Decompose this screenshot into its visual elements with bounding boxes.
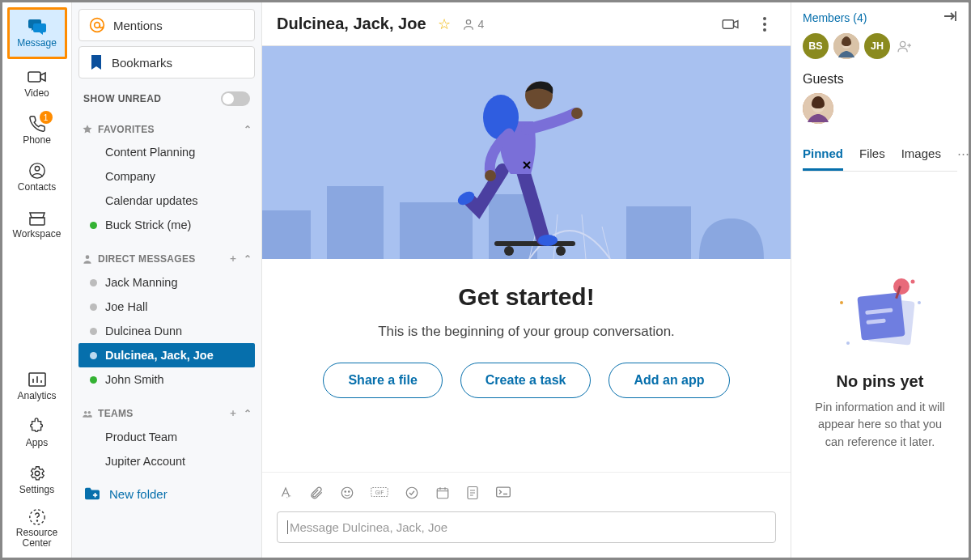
- format-icon[interactable]: [278, 486, 293, 503]
- svg-rect-22: [494, 241, 575, 246]
- svg-point-36: [406, 487, 418, 498]
- tab-more[interactable]: ⋯: [957, 142, 969, 171]
- conversation-header: Dulcinea, Jack, Joe ☆ 4: [262, 2, 791, 46]
- nav-settings[interactable]: Settings: [7, 457, 67, 503]
- app-nav: Message Video 1 Phone Contacts Workspace…: [2, 2, 72, 558]
- empty-heading: Get started!: [458, 283, 594, 311]
- inbox-icon: [27, 209, 48, 227]
- dm-item[interactable]: John Smith: [78, 367, 255, 392]
- presence-dot: [90, 328, 97, 335]
- section-favorites[interactable]: FAVORITES ⌃: [78, 119, 255, 140]
- dm-item[interactable]: Jack Manning: [78, 270, 255, 295]
- new-folder-button[interactable]: New folder: [78, 478, 255, 504]
- calendar-icon[interactable]: [435, 486, 450, 503]
- svg-point-32: [345, 491, 346, 493]
- team-item[interactable]: Product Team: [78, 425, 255, 449]
- empty-subtext: This is the beginning of your group conv…: [378, 324, 675, 340]
- section-teams[interactable]: TEAMS ＋ ⌃: [78, 401, 255, 425]
- nav-workspace[interactable]: Workspace: [7, 202, 67, 247]
- svg-point-9: [86, 255, 90, 259]
- team-icon: [82, 408, 93, 419]
- fav-item[interactable]: Calendar updates: [78, 189, 255, 213]
- share-file-button[interactable]: Share a file: [323, 363, 442, 398]
- svg-rect-13: [723, 19, 733, 28]
- nav-message[interactable]: Message: [7, 7, 67, 59]
- svg-point-45: [846, 342, 850, 345]
- dm-item[interactable]: Dulcinea Dunn: [78, 319, 255, 343]
- avatar[interactable]: BS: [803, 33, 829, 59]
- bookmarks-chip[interactable]: Bookmarks: [78, 46, 255, 78]
- folder-plus-icon: [83, 486, 101, 501]
- svg-point-23: [504, 246, 514, 256]
- fav-item[interactable]: Company: [78, 164, 255, 189]
- svg-point-47: [918, 301, 921, 304]
- members-link[interactable]: Members (4): [803, 11, 867, 24]
- team-item[interactable]: Jupiter Account: [78, 449, 255, 473]
- svg-point-46: [910, 280, 914, 284]
- add-icon[interactable]: ＋: [228, 252, 238, 265]
- details-panel: Members (4) BS JH Guests Pinned Files Im…: [791, 2, 969, 558]
- nav-phone[interactable]: 1 Phone: [7, 108, 67, 153]
- attach-icon[interactable]: [309, 486, 324, 503]
- fav-item[interactable]: Buck Strick (me): [78, 213, 255, 237]
- svg-point-31: [341, 487, 353, 498]
- svg-rect-39: [497, 487, 511, 497]
- show-unread-toggle[interactable]: [221, 91, 250, 106]
- tab-pinned[interactable]: Pinned: [803, 142, 843, 171]
- presence-dot: [90, 352, 97, 359]
- svg-point-12: [466, 19, 470, 23]
- pins-empty-body: Pin information and it will appear here …: [808, 399, 952, 450]
- nav-contacts[interactable]: Contacts: [7, 155, 67, 200]
- presence-dot: [90, 279, 97, 286]
- chevron-up-icon[interactable]: ⌃: [244, 124, 252, 135]
- svg-rect-50: [857, 293, 905, 341]
- video-call-button[interactable]: [719, 13, 742, 36]
- dm-item[interactable]: Joe Hall: [78, 295, 255, 319]
- nav-resource-center[interactable]: Resource Center: [7, 504, 67, 553]
- at-icon: [89, 17, 105, 33]
- nav-analytics[interactable]: Analytics: [7, 363, 67, 409]
- message-input[interactable]: Message Dulcinea, Jack, Joe: [277, 511, 776, 543]
- person-icon: [462, 18, 475, 31]
- more-menu-button[interactable]: [753, 13, 776, 36]
- emoji-icon[interactable]: [340, 486, 354, 503]
- member-avatars: BS JH: [803, 33, 957, 59]
- fav-item[interactable]: Content Planning: [78, 140, 255, 164]
- svg-rect-0: [28, 72, 40, 82]
- gear-icon: [27, 465, 48, 482]
- main-area: Dulcinea, Jack, Joe ☆ 4: [262, 2, 791, 558]
- chevron-up-icon[interactable]: ⌃: [244, 408, 252, 419]
- svg-text:GIF: GIF: [375, 490, 384, 495]
- pins-empty-state: No pins yet Pin information and it will …: [803, 172, 957, 549]
- bookmark-icon: [89, 54, 104, 70]
- add-app-button[interactable]: Add an app: [608, 363, 729, 398]
- chevron-up-icon[interactable]: ⌃: [244, 253, 252, 265]
- avatar[interactable]: JH: [864, 33, 890, 59]
- svg-point-10: [84, 411, 87, 414]
- tab-files[interactable]: Files: [859, 142, 885, 171]
- svg-point-6: [36, 520, 37, 521]
- snippet-icon[interactable]: [495, 486, 511, 503]
- section-dm[interactable]: DIRECT MESSAGES ＋ ⌃: [78, 247, 255, 270]
- add-icon[interactable]: ＋: [228, 406, 238, 420]
- avatar[interactable]: [833, 33, 859, 59]
- create-task-button[interactable]: Create a task: [460, 363, 592, 398]
- empty-state: Get started! This is the beginning of yo…: [262, 259, 791, 472]
- task-icon[interactable]: [405, 486, 419, 503]
- puzzle-icon: [27, 418, 48, 435]
- show-unread-row: SHOW UNREAD: [78, 83, 255, 109]
- svg-rect-17: [262, 210, 311, 259]
- collapse-icon[interactable]: [943, 11, 957, 25]
- member-count[interactable]: 4: [462, 18, 485, 31]
- nav-apps[interactable]: Apps: [7, 410, 67, 456]
- guest-avatar[interactable]: [803, 93, 833, 124]
- chat-icon: [27, 18, 48, 36]
- tab-images[interactable]: Images: [901, 142, 941, 171]
- nav-video[interactable]: Video: [7, 61, 67, 106]
- dm-item-active[interactable]: Dulcinea, Jack, Joe: [78, 343, 255, 367]
- gif-icon[interactable]: GIF: [371, 486, 388, 503]
- mentions-chip[interactable]: Mentions: [78, 9, 255, 41]
- note-icon[interactable]: [466, 486, 479, 503]
- star-icon[interactable]: ☆: [438, 15, 451, 33]
- add-member-icon[interactable]: [895, 36, 914, 56]
